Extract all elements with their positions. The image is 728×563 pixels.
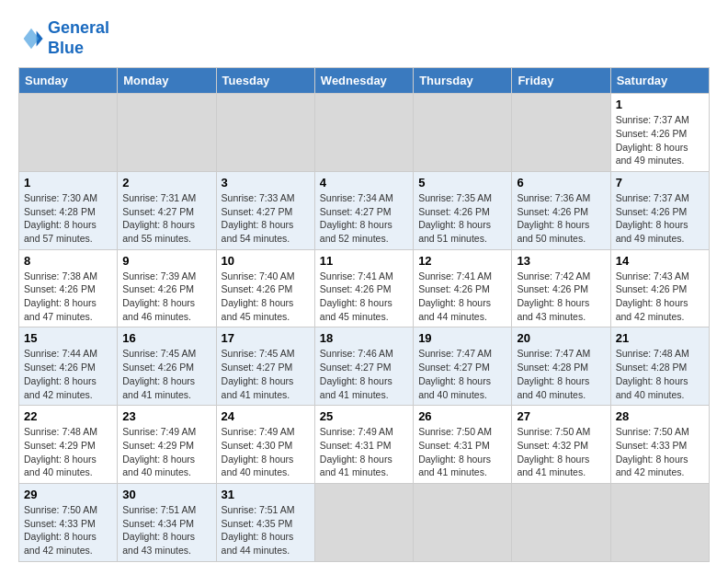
day-number: 20	[517, 331, 605, 345]
day-info: Sunrise: 7:39 AMSunset: 4:26 PMDaylight:…	[122, 270, 210, 324]
day-number: 5	[418, 176, 506, 190]
column-header-wednesday: Wednesday	[314, 68, 413, 94]
calendar-cell: 20Sunrise: 7:47 AMSunset: 4:28 PMDayligh…	[512, 327, 610, 406]
calendar-cell: 3Sunrise: 7:33 AMSunset: 4:27 PMDaylight…	[216, 171, 314, 249]
calendar-cell	[414, 94, 512, 172]
calendar-cell	[216, 94, 314, 172]
calendar-week-1: 1Sunrise: 7:37 AMSunset: 4:26 PMDaylight…	[19, 94, 710, 172]
calendar-cell: 28Sunrise: 7:50 AMSunset: 4:33 PMDayligh…	[610, 406, 709, 484]
day-info: Sunrise: 7:50 AMSunset: 4:32 PMDaylight:…	[517, 425, 605, 479]
day-number: 23	[122, 409, 210, 423]
day-info: Sunrise: 7:37 AMSunset: 4:26 PMDaylight:…	[616, 191, 704, 246]
day-info: Sunrise: 7:49 AMSunset: 4:30 PMDaylight:…	[222, 425, 310, 479]
day-info: Sunrise: 7:35 AMSunset: 4:26 PMDaylight:…	[418, 191, 506, 246]
calendar-week-3: 8Sunrise: 7:38 AMSunset: 4:26 PMDaylight…	[19, 249, 710, 327]
calendar-cell: 7Sunrise: 7:37 AMSunset: 4:26 PMDaylight…	[610, 171, 709, 249]
day-info: Sunrise: 7:41 AMSunset: 4:26 PMDaylight:…	[418, 270, 506, 324]
calendar-cell: 13Sunrise: 7:42 AMSunset: 4:26 PMDayligh…	[512, 249, 610, 327]
calendar-cell	[118, 94, 216, 172]
day-info: Sunrise: 7:41 AMSunset: 4:26 PMDaylight:…	[320, 270, 408, 324]
day-info: Sunrise: 7:37 AMSunset: 4:26 PMDaylight:…	[616, 113, 704, 167]
day-info: Sunrise: 7:44 AMSunset: 4:26 PMDaylight:…	[24, 347, 112, 401]
calendar-week-2: 1Sunrise: 7:30 AMSunset: 4:28 PMDaylight…	[19, 171, 710, 249]
calendar-cell: 8Sunrise: 7:38 AMSunset: 4:26 PMDaylight…	[19, 249, 118, 327]
calendar-cell	[610, 483, 709, 561]
day-number: 11	[320, 254, 408, 268]
calendar-cell: 9Sunrise: 7:39 AMSunset: 4:26 PMDaylight…	[118, 249, 216, 327]
day-number: 19	[418, 331, 506, 345]
day-number: 26	[418, 409, 506, 423]
day-number: 25	[320, 409, 408, 423]
day-info: Sunrise: 7:43 AMSunset: 4:26 PMDaylight:…	[616, 270, 704, 324]
calendar-cell: 16Sunrise: 7:45 AMSunset: 4:26 PMDayligh…	[118, 327, 216, 406]
calendar-cell	[414, 483, 512, 561]
calendar-cell: 30Sunrise: 7:51 AMSunset: 4:34 PMDayligh…	[118, 483, 216, 561]
day-info: Sunrise: 7:50 AMSunset: 4:31 PMDaylight:…	[418, 425, 506, 479]
day-info: Sunrise: 7:34 AMSunset: 4:27 PMDaylight:…	[320, 191, 408, 246]
day-number: 1	[616, 98, 704, 111]
calendar-cell: 19Sunrise: 7:47 AMSunset: 4:27 PMDayligh…	[414, 327, 512, 406]
logo-text: General Blue	[48, 18, 109, 58]
day-info: Sunrise: 7:48 AMSunset: 4:28 PMDaylight:…	[616, 347, 704, 401]
day-info: Sunrise: 7:40 AMSunset: 4:26 PMDaylight:…	[222, 270, 310, 324]
calendar-cell: 27Sunrise: 7:50 AMSunset: 4:32 PMDayligh…	[512, 406, 610, 484]
calendar-week-5: 22Sunrise: 7:48 AMSunset: 4:29 PMDayligh…	[19, 406, 710, 484]
day-number: 27	[517, 409, 605, 423]
day-info: Sunrise: 7:48 AMSunset: 4:29 PMDaylight:…	[24, 425, 112, 479]
day-info: Sunrise: 7:45 AMSunset: 4:27 PMDaylight:…	[222, 347, 310, 401]
column-header-monday: Monday	[118, 68, 216, 94]
calendar-cell: 4Sunrise: 7:34 AMSunset: 4:27 PMDaylight…	[314, 171, 413, 249]
day-number: 1	[24, 176, 112, 190]
logo-icon	[18, 26, 44, 52]
day-info: Sunrise: 7:51 AMSunset: 4:34 PMDaylight:…	[122, 503, 210, 557]
calendar-cell: 24Sunrise: 7:49 AMSunset: 4:30 PMDayligh…	[216, 406, 314, 484]
calendar-cell: 17Sunrise: 7:45 AMSunset: 4:27 PMDayligh…	[216, 327, 314, 406]
day-number: 7	[616, 176, 704, 190]
calendar-cell: 2Sunrise: 7:31 AMSunset: 4:27 PMDaylight…	[118, 171, 216, 249]
day-info: Sunrise: 7:50 AMSunset: 4:33 PMDaylight:…	[616, 425, 704, 479]
day-number: 28	[616, 409, 704, 423]
day-number: 3	[222, 176, 310, 190]
day-number: 15	[24, 331, 112, 345]
day-info: Sunrise: 7:38 AMSunset: 4:26 PMDaylight:…	[24, 270, 112, 324]
calendar-cell: 31Sunrise: 7:51 AMSunset: 4:35 PMDayligh…	[216, 483, 314, 561]
calendar-cell: 18Sunrise: 7:46 AMSunset: 4:27 PMDayligh…	[314, 327, 413, 406]
column-header-thursday: Thursday	[414, 68, 512, 94]
calendar-week-6: 29Sunrise: 7:50 AMSunset: 4:33 PMDayligh…	[19, 483, 710, 561]
day-info: Sunrise: 7:49 AMSunset: 4:29 PMDaylight:…	[122, 425, 210, 479]
calendar-cell: 5Sunrise: 7:35 AMSunset: 4:26 PMDaylight…	[414, 171, 512, 249]
calendar-table: SundayMondayTuesdayWednesdayThursdayFrid…	[18, 67, 710, 562]
day-number: 29	[24, 488, 112, 501]
calendar-cell: 10Sunrise: 7:40 AMSunset: 4:26 PMDayligh…	[216, 249, 314, 327]
day-info: Sunrise: 7:33 AMSunset: 4:27 PMDaylight:…	[222, 191, 310, 246]
logo: General Blue	[18, 18, 109, 58]
day-number: 9	[122, 254, 210, 268]
calendar-cell: 14Sunrise: 7:43 AMSunset: 4:26 PMDayligh…	[610, 249, 709, 327]
calendar-cell: 21Sunrise: 7:48 AMSunset: 4:28 PMDayligh…	[610, 327, 709, 406]
day-info: Sunrise: 7:45 AMSunset: 4:26 PMDaylight:…	[122, 347, 210, 401]
day-number: 21	[616, 331, 704, 345]
calendar-week-4: 15Sunrise: 7:44 AMSunset: 4:26 PMDayligh…	[19, 327, 710, 406]
day-info: Sunrise: 7:42 AMSunset: 4:26 PMDaylight:…	[517, 270, 605, 324]
day-number: 13	[517, 254, 605, 268]
calendar-cell: 29Sunrise: 7:50 AMSunset: 4:33 PMDayligh…	[19, 483, 118, 561]
calendar-cell: 11Sunrise: 7:41 AMSunset: 4:26 PMDayligh…	[314, 249, 413, 327]
calendar-cell: 15Sunrise: 7:44 AMSunset: 4:26 PMDayligh…	[19, 327, 118, 406]
calendar-cell	[314, 94, 413, 172]
calendar-cell: 12Sunrise: 7:41 AMSunset: 4:26 PMDayligh…	[414, 249, 512, 327]
calendar-cell: 1Sunrise: 7:30 AMSunset: 4:28 PMDaylight…	[19, 171, 118, 249]
calendar-cell: 1Sunrise: 7:37 AMSunset: 4:26 PMDaylight…	[610, 94, 709, 172]
header-row: SundayMondayTuesdayWednesdayThursdayFrid…	[19, 68, 710, 94]
day-number: 14	[616, 254, 704, 268]
day-number: 10	[222, 254, 310, 268]
day-info: Sunrise: 7:47 AMSunset: 4:28 PMDaylight:…	[517, 347, 605, 401]
day-info: Sunrise: 7:49 AMSunset: 4:31 PMDaylight:…	[320, 425, 408, 479]
day-info: Sunrise: 7:46 AMSunset: 4:27 PMDaylight:…	[320, 347, 408, 401]
calendar-cell	[512, 483, 610, 561]
day-number: 24	[222, 409, 310, 423]
calendar-cell: 26Sunrise: 7:50 AMSunset: 4:31 PMDayligh…	[414, 406, 512, 484]
column-header-tuesday: Tuesday	[216, 68, 314, 94]
day-number: 30	[122, 488, 210, 501]
calendar-cell	[19, 94, 118, 172]
day-info: Sunrise: 7:47 AMSunset: 4:27 PMDaylight:…	[418, 347, 506, 401]
